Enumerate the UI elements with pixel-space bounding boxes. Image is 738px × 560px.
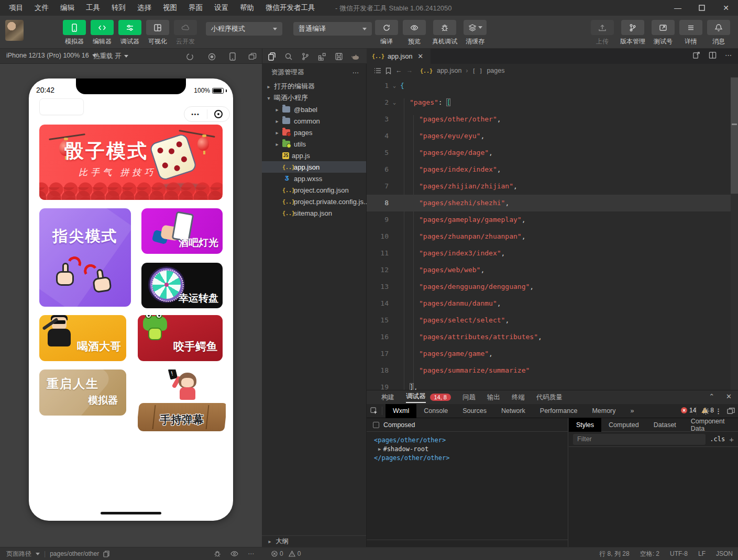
toolbar-button-预览[interactable]: 预览 <box>402 20 427 46</box>
inspect-element-icon[interactable] <box>367 407 382 415</box>
tree-section-喝酒小程序[interactable]: ▾喝酒小程序 <box>262 92 366 104</box>
toolbar-button-消息[interactable]: 消息 <box>706 20 731 46</box>
debugger-tab-输出[interactable]: 输出 <box>487 393 500 402</box>
styles-tab-Computed[interactable]: Computed <box>601 418 646 432</box>
forward-icon[interactable]: → <box>406 67 413 74</box>
fold-icon[interactable]: ⌄ <box>389 77 400 94</box>
code-line-2[interactable]: 2⌄"pages": [ <box>367 94 731 111</box>
more-actions-icon[interactable]: ⋯ <box>725 51 732 59</box>
menu-转到[interactable]: 转到 <box>107 2 130 14</box>
styles-tab-Dataset[interactable]: Dataset <box>646 418 684 432</box>
code-line-10[interactable]: 10 "pages/zhuanpan/zhuanpan", <box>367 228 731 245</box>
eol-setting[interactable]: LF <box>698 550 706 557</box>
hot-reload-toggle[interactable]: 热重载 开 <box>93 52 128 61</box>
devtools-tab-Console[interactable]: Console <box>416 404 455 418</box>
code-line-15[interactable]: 15 "pages/select/select", <box>367 312 731 329</box>
code-line-6[interactable]: 6 "pages/index/index", <box>367 161 731 178</box>
close-button[interactable]: ✕ <box>714 0 738 16</box>
tile-bite-crocodile[interactable]: 咬手鳄鱼 <box>138 315 223 361</box>
more-options-icon[interactable]: ⋮ <box>715 407 722 415</box>
code-line-7[interactable]: 7 "pages/zhijian/zhijian", <box>367 178 731 195</box>
search-icon[interactable] <box>283 51 294 62</box>
tile-lucky-wheel[interactable]: 幸运转盘 <box>141 263 223 308</box>
tile-dice-mode[interactable]: 骰子模式 比手气 拼技巧 <box>39 125 223 200</box>
avatar[interactable] <box>5 20 24 41</box>
breadcrumb-node[interactable]: pages <box>487 67 504 74</box>
extensions-icon[interactable] <box>317 51 327 62</box>
more-tabs-icon[interactable]: » <box>623 404 642 418</box>
toolbar-button-调试器[interactable]: 调试器 <box>117 20 142 46</box>
menu-微信开发者工具[interactable]: 微信开发者工具 <box>261 2 320 14</box>
close-tab-icon[interactable]: ✕ <box>417 52 423 60</box>
tile-fingertip-mode[interactable]: 指尖模式 <box>39 208 131 307</box>
code-line-14[interactable]: 14 "pages/danmu/danmu", <box>367 295 731 312</box>
more-actions-icon[interactable]: ⋯ <box>353 69 359 76</box>
file-app.wxss[interactable]: Ʒapp.wxss <box>262 173 366 184</box>
copy-path-icon[interactable] <box>103 551 109 557</box>
menu-视图[interactable]: 视图 <box>158 2 182 14</box>
open-preview-icon[interactable] <box>692 51 700 59</box>
expand-arrow-icon[interactable]: ▶ <box>378 445 381 454</box>
debugger-tab-代码质量[interactable]: 代码质量 <box>536 393 563 402</box>
dom-close-tag[interactable]: </pages/other/other> <box>374 454 568 463</box>
debugger-tab-问题[interactable]: 问题 <box>462 393 476 402</box>
problems-errors[interactable]: 0 <box>271 550 283 557</box>
composed-checkbox[interactable] <box>373 422 379 428</box>
mock-teapot-icon[interactable] <box>350 51 361 62</box>
toolbar-button-编辑器[interactable]: 编辑器 <box>90 20 115 46</box>
file-common[interactable]: ▸common <box>262 115 366 127</box>
toolbar-button-模拟器[interactable]: 模拟器 <box>62 20 87 46</box>
page-path-label[interactable]: 页面路径 <box>6 550 31 558</box>
toolbar-button-编译[interactable]: 编译 <box>374 20 399 46</box>
file-pages[interactable]: ▸pages <box>262 127 366 138</box>
indent-setting[interactable]: 空格: 2 <box>640 550 659 558</box>
menu-界面[interactable]: 界面 <box>184 2 207 14</box>
code-line-8[interactable]: 8 "pages/shezhi/shezhi", <box>367 195 731 211</box>
back-icon[interactable]: ← <box>395 67 402 74</box>
rotate-icon[interactable] <box>184 51 195 62</box>
menu-文件[interactable]: 文件 <box>30 2 53 14</box>
code-line-16[interactable]: 16 "pages/attributes/attributes", <box>367 329 731 345</box>
toolbar-button-云开发[interactable]: 云开发 <box>173 20 198 46</box>
compile-select[interactable]: 普通编译 <box>293 22 372 36</box>
code-area[interactable]: 1⌄{2⌄"pages": [3 "pages/other/other",4 "… <box>367 77 731 390</box>
new-style-rule-button[interactable]: + <box>729 435 734 444</box>
outline-icon[interactable] <box>374 68 381 74</box>
debugger-tab-构建[interactable]: 构建 <box>381 393 394 402</box>
devtools-tab-Wxml[interactable]: Wxml <box>385 404 416 418</box>
debugger-tab-终端[interactable]: 终端 <box>512 393 525 402</box>
settings-gear-icon[interactable] <box>702 407 710 415</box>
toolbar-button-可视化[interactable]: 可视化 <box>145 20 170 46</box>
devtools-tab-Performance[interactable]: Performance <box>533 404 585 418</box>
tile-handheld-danmaku[interactable]: 手持弹幕 <box>138 369 226 431</box>
language-mode[interactable]: JSON <box>716 550 733 557</box>
devtools-tab-Sources[interactable]: Sources <box>455 404 494 418</box>
file-@babel[interactable]: ▸@babel <box>262 104 366 115</box>
git-branch-icon[interactable] <box>300 51 311 62</box>
close-panel-icon[interactable]: ✕ <box>726 393 732 400</box>
toolbar-button-详情[interactable]: 详情 <box>678 20 703 46</box>
file-project.private.config.js...[interactable]: {..}project.private.config.js... <box>262 196 366 207</box>
record-icon[interactable] <box>206 51 217 62</box>
tree-section-打开的编辑器[interactable]: ▸打开的编辑器 <box>262 81 366 92</box>
code-line-3[interactable]: 3 "pages/other/other", <box>367 111 731 128</box>
file-project.config.json[interactable]: {..}project.config.json <box>262 184 366 196</box>
menu-编辑[interactable]: 编辑 <box>56 2 79 14</box>
problems-warnings[interactable]: 0 <box>289 550 301 557</box>
code-line-13[interactable]: 13 "pages/dengguang/dengguang", <box>367 278 731 295</box>
code-line-5[interactable]: 5 "pages/dage/dage", <box>367 144 731 161</box>
code-line-19[interactable]: 19 ], <box>367 379 731 390</box>
devtools-tab-Network[interactable]: Network <box>494 404 533 418</box>
toolbar-button-真机调试[interactable]: 真机调试 <box>429 20 460 46</box>
menu-帮助[interactable]: 帮助 <box>235 2 259 14</box>
cursor-position[interactable]: 行 8, 列 28 <box>599 550 629 558</box>
more-icon[interactable]: ⋯ <box>248 550 254 557</box>
outline-section[interactable]: ▸大纲 <box>262 535 366 547</box>
undock-icon[interactable] <box>727 407 735 415</box>
menu-选择[interactable]: 选择 <box>133 2 156 14</box>
device-select[interactable]: iPhone 12/13 (Pro) 100% 16 <box>6 52 96 59</box>
scrollbar-thumb[interactable] <box>731 77 738 194</box>
storage-icon[interactable] <box>334 51 344 62</box>
styles-tab-Styles[interactable]: Styles <box>569 418 601 432</box>
exit-miniprogram-icon[interactable] <box>207 110 230 118</box>
